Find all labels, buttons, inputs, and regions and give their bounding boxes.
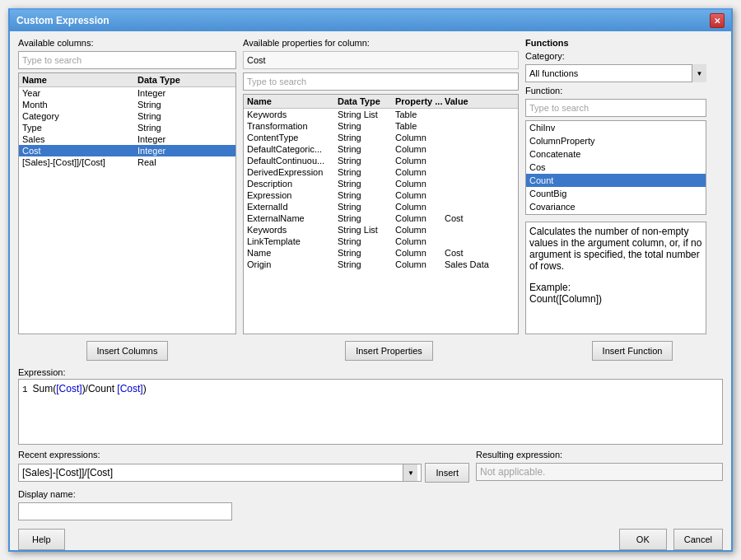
- list-item-cost[interactable]: Cost Integer: [19, 145, 235, 156]
- function-list: ChiInv ColumnProperty Concatenate Cos Co…: [525, 120, 706, 215]
- columns-list-header: Name Data Type: [19, 73, 235, 87]
- properties-list-header: Name Data Type Property ... Value: [244, 95, 518, 109]
- list-item[interactable]: ExternalId String Column: [244, 201, 518, 212]
- insert-function-button[interactable]: Insert Function: [592, 341, 673, 361]
- list-item[interactable]: DefaultCategoric... String Column: [244, 143, 518, 155]
- combo-arrow-icon[interactable]: ▼: [403, 464, 417, 481]
- insert-buttons-row: Insert Columns Insert Properties Insert …: [18, 339, 723, 362]
- resulting-section: Resulting expression: Not applicable.: [476, 450, 723, 481]
- list-item[interactable]: Month String: [19, 99, 235, 110]
- expression-editor[interactable]: 1Sum([Cost])/Count [Cost]): [18, 379, 723, 445]
- footer-row: Help OK Cancel: [18, 529, 723, 550]
- function-item[interactable]: ChiInv: [526, 121, 706, 134]
- function-item[interactable]: ColumnProperty: [526, 134, 706, 147]
- right-panel: Functions Category: All functions Aggreg…: [525, 38, 706, 334]
- functions-section-label: Functions: [525, 38, 706, 48]
- mid-panel: Available properties for column: Cost Na…: [243, 38, 519, 334]
- properties-search-input[interactable]: [243, 72, 519, 91]
- list-item[interactable]: Description String Column: [244, 178, 518, 189]
- display-name-input[interactable]: [18, 502, 232, 520]
- footer-right: OK Cancel: [619, 529, 723, 550]
- display-name-section: Display name:: [18, 489, 469, 520]
- left-panel-label: Available columns:: [18, 38, 236, 48]
- function-item[interactable]: Cos: [526, 161, 706, 174]
- example-code: Count([Column]): [529, 293, 602, 305]
- columns-search-input[interactable]: [18, 51, 236, 69]
- insert-properties-button[interactable]: Insert Properties: [345, 341, 433, 361]
- cancel-button[interactable]: Cancel: [673, 529, 723, 550]
- function-search-input[interactable]: [525, 99, 706, 117]
- recent-insert-button[interactable]: Insert: [425, 463, 469, 483]
- function-item-count[interactable]: Count: [526, 174, 706, 187]
- list-item[interactable]: Type String: [19, 122, 235, 133]
- list-item[interactable]: Name String Column Cost: [244, 247, 518, 259]
- function-item[interactable]: Concatenate: [526, 147, 706, 161]
- selected-column-display: Cost: [243, 51, 519, 69]
- line-number: 1: [22, 385, 28, 394]
- main-panels: Available columns: Name Data Type Year I…: [18, 38, 723, 334]
- resulting-label: Resulting expression:: [476, 450, 723, 460]
- recent-section: Recent expressions: [Sales]-[Cost]]/[Cos…: [18, 450, 469, 520]
- function-item[interactable]: CountBig: [526, 187, 706, 200]
- expression-code-prefix: Sum([Cost])/Count [Cost]): [33, 383, 147, 394]
- function-label: Function:: [525, 86, 706, 96]
- prop-header-type: Data Type: [338, 96, 395, 106]
- category-label: Category:: [525, 51, 706, 61]
- recent-row: [Sales]-[Cost]]/[Cost] ▼ Insert: [18, 463, 469, 483]
- close-button[interactable]: ✕: [710, 13, 725, 28]
- properties-scroll[interactable]: Keywords String List Table Transformatio…: [244, 109, 518, 334]
- function-description: Calculates the number of non-empty value…: [525, 222, 706, 334]
- dialog-content: Available columns: Name Data Type Year I…: [10, 31, 731, 557]
- left-panel: Available columns: Name Data Type Year I…: [18, 38, 236, 334]
- custom-expression-dialog: Custom Expression ✕ Available columns: N…: [8, 8, 733, 552]
- list-item[interactable]: Category String: [19, 110, 235, 122]
- function-item[interactable]: Covariance: [526, 200, 706, 213]
- list-item[interactable]: Origin String Column Sales Data: [244, 259, 518, 270]
- bottom-row: Recent expressions: [Sales]-[Cost]]/[Cos…: [18, 450, 723, 520]
- help-button[interactable]: Help: [18, 529, 65, 550]
- list-item[interactable]: Keywords String List Column: [244, 224, 518, 236]
- category-select-wrapper: All functions Aggregate String Math Date…: [525, 64, 706, 82]
- prop-header-value: Value: [445, 96, 502, 106]
- list-item[interactable]: LinkTemplate String Column: [244, 236, 518, 247]
- resulting-field: Not applicable.: [476, 463, 723, 481]
- prop-header-prop: Property ...: [395, 96, 445, 106]
- resulting-placeholder: Not applicable.: [480, 466, 545, 478]
- list-item[interactable]: Year Integer: [19, 87, 235, 99]
- list-item[interactable]: ContentType String Column: [244, 132, 518, 143]
- col-header-type: Data Type: [137, 75, 220, 85]
- description-text: Calculates the number of non-empty value…: [529, 226, 701, 272]
- insert-columns-button[interactable]: Insert Columns: [86, 341, 169, 361]
- mid-panel-label: Available properties for column:: [243, 38, 519, 48]
- prop-header-name: Name: [247, 96, 338, 106]
- category-select[interactable]: All functions Aggregate String Math Date: [525, 64, 706, 82]
- list-item[interactable]: Sales Integer: [19, 133, 235, 145]
- title-bar: Custom Expression ✕: [10, 10, 731, 31]
- list-item[interactable]: DerivedExpression String Column: [244, 166, 518, 178]
- ok-button[interactable]: OK: [619, 529, 667, 550]
- properties-list: Name Data Type Property ... Value Keywor…: [243, 94, 519, 334]
- example-label: Example:: [529, 282, 571, 293]
- footer-left: Help: [18, 529, 65, 550]
- list-item[interactable]: Transformation String Table: [244, 120, 518, 132]
- expression-label: Expression:: [18, 367, 723, 377]
- list-item[interactable]: ExternalName String Column Cost: [244, 212, 518, 224]
- list-item[interactable]: [Sales]-[Cost]]/[Cost] Real: [19, 156, 235, 168]
- list-item[interactable]: Keywords String List Table: [244, 109, 518, 120]
- list-item[interactable]: Expression String Column: [244, 189, 518, 201]
- col-header-name: Name: [22, 75, 137, 85]
- list-item[interactable]: DefaultContinuou... String Column: [244, 155, 518, 166]
- recent-label: Recent expressions:: [18, 450, 469, 460]
- expression-area: Expression: 1Sum([Cost])/Count [Cost]): [18, 367, 723, 445]
- recent-combo[interactable]: [Sales]-[Cost]]/[Cost] ▼: [18, 464, 422, 482]
- recent-combo-value: [Sales]-[Cost]]/[Cost]: [22, 467, 113, 478]
- display-name-label: Display name:: [18, 489, 469, 499]
- columns-list: Name Data Type Year Integer Month String…: [18, 72, 236, 334]
- dialog-title: Custom Expression: [16, 15, 110, 26]
